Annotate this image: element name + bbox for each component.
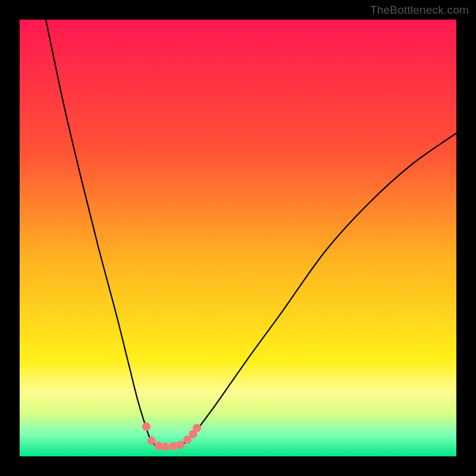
chart-plot-area (20, 20, 456, 456)
highlight-marker (154, 441, 162, 450)
chart-svg (20, 20, 456, 456)
highlight-marker (161, 443, 170, 451)
highlight-marker (169, 442, 177, 450)
watermark-text: TheBottleneck.com (370, 4, 469, 17)
highlight-marker (148, 437, 156, 445)
highlight-marker (142, 422, 151, 431)
chart-background-gradient (20, 20, 456, 456)
highlight-marker (176, 441, 184, 449)
highlight-marker (193, 424, 201, 432)
